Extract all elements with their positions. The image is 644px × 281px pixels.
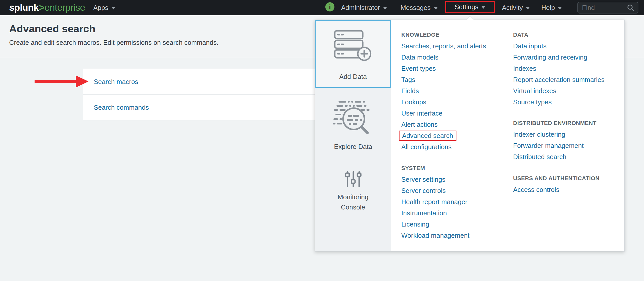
menu-link-fields[interactable]: Fields	[401, 87, 419, 95]
tile-monitoring-console-label[interactable]: Monitoring Console	[328, 192, 378, 212]
menu-section-distributed-environment: DISTRIBUTED ENVIRONMENT Indexer clusteri…	[513, 118, 596, 162]
page-title: Advanced search	[9, 23, 96, 35]
menu-link-health-report-manager[interactable]: Health report manager	[401, 198, 467, 206]
menu-link-indexes[interactable]: Indexes	[513, 65, 536, 73]
menu-section-title-users-authentication: USERS AND AUTHENTICATION	[513, 173, 600, 184]
menu-link-searches-reports-alerts[interactable]: Searches, reports, and alerts	[401, 42, 486, 50]
splunk-logo[interactable]: splunk>enterprise	[9, 0, 85, 15]
search-icon	[627, 4, 634, 11]
explore-data-icon	[333, 100, 374, 138]
administrator-menu-label: Administrator	[341, 4, 380, 12]
find-search-box[interactable]	[577, 2, 638, 13]
find-search-input[interactable]	[581, 4, 627, 12]
activity-menu-label: Activity	[502, 4, 523, 12]
messages-menu-label: Messages	[401, 4, 431, 12]
help-menu-label: Help	[541, 4, 555, 12]
menu-section-title-distributed-environment: DISTRIBUTED ENVIRONMENT	[513, 118, 596, 129]
menu-section-system: SYSTEM Server settings Server controls H…	[401, 163, 469, 241]
menu-section-data: DATA Data inputs Forwarding and receivin…	[513, 29, 605, 108]
menu-link-virtual-indexes[interactable]: Virtual indexes	[513, 87, 556, 95]
menu-link-indexer-clustering[interactable]: Indexer clustering	[513, 131, 565, 138]
menu-link-event-types[interactable]: Event types	[401, 65, 436, 73]
menu-section-title-data: DATA	[513, 29, 605, 40]
menu-link-server-controls[interactable]: Server controls	[401, 187, 446, 195]
settings-dropdown-menu: Add Data Explore Data	[315, 20, 625, 251]
apps-menu[interactable]: Apps	[93, 0, 115, 15]
menu-link-report-acceleration-summaries[interactable]: Report acceleration summaries	[513, 76, 605, 84]
settings-menu-label: Settings	[455, 3, 479, 11]
chevron-down-icon	[558, 7, 562, 9]
logo-gt-glyph: >	[39, 2, 44, 13]
add-data-icon	[334, 30, 372, 62]
menu-link-forwarding-receiving[interactable]: Forwarding and receiving	[513, 53, 587, 61]
menu-link-forwarder-management[interactable]: Forwarder management	[513, 142, 584, 150]
list-item-search-commands[interactable]: Search commands	[83, 94, 354, 120]
search-commands-link[interactable]: Search commands	[94, 104, 149, 111]
chevron-down-icon	[434, 7, 438, 9]
settings-menu-tile-column: Add Data Explore Data	[315, 20, 391, 251]
apps-menu-label: Apps	[93, 4, 108, 12]
logo-product-text: enterprise	[44, 2, 85, 13]
advanced-search-list-panel: Search macros Search commands	[83, 69, 354, 120]
top-navigation-bar: splunk>enterprise Apps i Administrator M…	[0, 0, 644, 15]
settings-menu-button[interactable]: Settings	[445, 1, 495, 13]
menu-section-users-authentication: USERS AND AUTHENTICATION Access controls	[513, 173, 600, 195]
activity-menu[interactable]: Activity	[502, 0, 530, 15]
menu-link-user-interface[interactable]: User interface	[401, 109, 442, 117]
menu-link-alert-actions[interactable]: Alert actions	[401, 121, 438, 129]
info-icon[interactable]: i	[325, 2, 334, 11]
menu-link-tags[interactable]: Tags	[401, 76, 415, 84]
menu-link-advanced-search[interactable]: Advanced search	[399, 131, 456, 141]
menu-link-source-types[interactable]: Source types	[513, 98, 552, 106]
menu-link-licensing[interactable]: Licensing	[401, 220, 429, 228]
help-menu[interactable]: Help	[541, 0, 562, 15]
menu-section-knowledge: KNOWLEDGE Searches, reports, and alerts …	[401, 29, 486, 152]
messages-menu[interactable]: Messages	[401, 0, 438, 15]
tile-add-data[interactable]: Add Data	[315, 20, 391, 88]
list-item-search-macros[interactable]: Search macros	[83, 69, 354, 94]
menu-link-all-configurations[interactable]: All configurations	[401, 143, 452, 151]
annotation-arrow	[35, 74, 89, 89]
page-subtitle: Create and edit search macros. Edit perm…	[9, 39, 219, 47]
menu-link-data-models[interactable]: Data models	[401, 53, 438, 61]
menu-section-title-system: SYSTEM	[401, 163, 469, 174]
menu-link-workload-management[interactable]: Workload management	[401, 232, 469, 240]
tile-monitoring-console[interactable]	[315, 171, 391, 187]
tile-add-data-label: Add Data	[339, 73, 367, 81]
menu-link-lookups[interactable]: Lookups	[401, 98, 426, 106]
menu-section-title-knowledge: KNOWLEDGE	[401, 29, 486, 40]
search-macros-link[interactable]: Search macros	[94, 78, 138, 86]
tile-explore-data[interactable]	[315, 100, 391, 138]
tile-explore-data-label[interactable]: Explore Data	[315, 143, 391, 150]
menu-link-distributed-search[interactable]: Distributed search	[513, 153, 566, 161]
chevron-down-icon	[481, 6, 485, 9]
chevron-down-icon	[111, 7, 115, 9]
menu-link-server-settings[interactable]: Server settings	[401, 176, 445, 184]
menu-link-data-inputs[interactable]: Data inputs	[513, 42, 547, 50]
logo-brand-text: splunk	[9, 2, 39, 13]
chevron-down-icon	[526, 7, 530, 9]
monitoring-console-icon	[344, 171, 362, 187]
menu-link-instrumentation[interactable]: Instrumentation	[401, 209, 447, 217]
menu-link-access-controls[interactable]: Access controls	[513, 186, 559, 194]
administrator-menu[interactable]: Administrator	[341, 0, 387, 15]
chevron-down-icon	[383, 7, 387, 9]
